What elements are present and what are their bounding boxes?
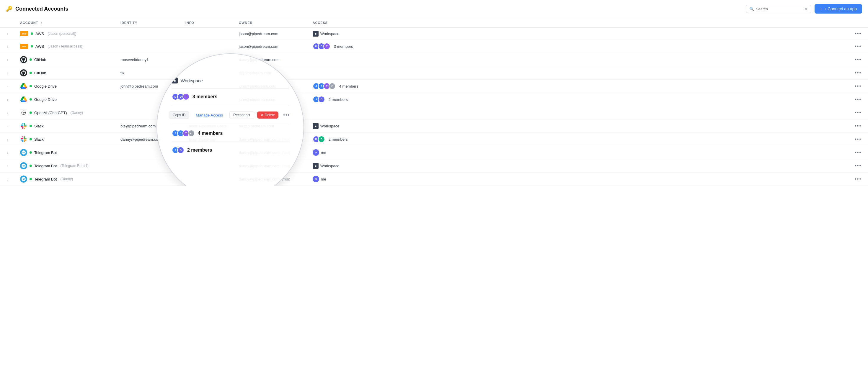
account-name: Google Drive	[34, 97, 57, 102]
status-dot	[30, 98, 32, 101]
row-expand-button[interactable]: ›	[5, 125, 11, 128]
owner-you-label: (You)	[282, 151, 290, 155]
row-more-button[interactable]: •••	[853, 56, 863, 63]
owner-cell: biz@pipedream.com	[234, 120, 308, 133]
sort-icon[interactable]: ↕	[40, 21, 42, 25]
identity-cell	[116, 40, 181, 53]
table-row: › Telegram Bot (Danny) danny@pipedream.c…	[0, 173, 868, 186]
row-more-button[interactable]: •••	[853, 70, 863, 76]
owner-cell: danny@pipedream.com	[234, 106, 308, 120]
identity-cell	[116, 28, 181, 40]
info-cell	[181, 106, 234, 120]
account-sub: (Danny)	[70, 111, 83, 115]
owner-cell: john@pipedream.com	[234, 93, 308, 106]
info-cell	[181, 40, 234, 53]
search-input[interactable]	[756, 7, 802, 11]
row-more-button[interactable]: •••	[853, 43, 863, 49]
account-sub: (Danny)	[61, 177, 73, 181]
access-cell: ■ Workspace	[308, 120, 848, 133]
connect-app-button[interactable]: + + Connect an app	[814, 4, 862, 13]
search-icon: 🔍	[749, 7, 754, 11]
row-expand-button[interactable]: ›	[5, 177, 11, 181]
info-cell	[181, 53, 234, 66]
owner-you-label: (You)	[282, 177, 290, 181]
table-row: › Telegram Bot danny@pipedream.com (You)…	[0, 146, 868, 159]
owner-cell: john@pipedream.com	[234, 80, 308, 93]
owner-cell: tj@pipedream.com	[234, 66, 308, 80]
info-cell	[181, 159, 234, 173]
row-more-button[interactable]: •••	[853, 109, 863, 115]
access-cell: JD 2 members	[308, 93, 848, 106]
owner-cell: jason@pipedream.com	[234, 28, 308, 40]
row-expand-button[interactable]: ›	[5, 138, 11, 141]
info-badge: Team: Pipedream Users	[185, 123, 229, 129]
access-cell: D me	[308, 146, 848, 159]
owner-cell: danny@pipedream.com (You)	[234, 133, 308, 146]
row-expand-button[interactable]: ›	[5, 111, 11, 115]
status-dot	[30, 178, 32, 180]
identity-cell	[116, 146, 181, 159]
aws-icon: aws	[20, 31, 28, 36]
row-expand-button[interactable]: ›	[5, 71, 11, 75]
table-row: › Slack biz@pipedream.com Team: Pipedrea…	[0, 120, 868, 133]
row-expand-button[interactable]: ›	[5, 32, 11, 36]
workspace-label: Workspace	[320, 32, 340, 36]
account-sub: (Telegram Bot #1)	[61, 164, 89, 168]
member-avatar: T	[323, 43, 330, 50]
owner-cell: danny@pipedream.com (You)	[234, 146, 308, 159]
account-name: Telegram Bot	[34, 150, 57, 155]
account-name: OpenAI (ChatGPT)	[34, 111, 67, 115]
row-expand-button[interactable]: ›	[5, 164, 11, 168]
row-expand-button[interactable]: ›	[5, 98, 11, 101]
row-more-button[interactable]: •••	[853, 83, 863, 89]
status-dot	[30, 165, 32, 167]
access-cell	[308, 106, 848, 120]
row-expand-button[interactable]: ›	[5, 151, 11, 155]
status-dot	[30, 138, 32, 140]
members-count: 2 members	[329, 137, 348, 142]
account-name: Telegram Bot	[34, 164, 57, 168]
identity-cell: biz@pipedream.com	[116, 120, 181, 133]
member-avatar: D	[318, 96, 325, 103]
info-cell	[181, 80, 234, 93]
gdrive-icon	[20, 82, 27, 90]
row-expand-button[interactable]: ›	[5, 58, 11, 62]
row-more-button[interactable]: •••	[853, 30, 863, 37]
row-more-button[interactable]: •••	[853, 176, 863, 182]
workspace-label: Workspace	[320, 124, 340, 128]
row-expand-button[interactable]: ›	[5, 45, 11, 48]
me-avatar: D	[313, 149, 319, 156]
account-name: Telegram Bot	[34, 177, 57, 181]
owner-cell: jason@pipedream.com	[234, 40, 308, 53]
row-more-button[interactable]: •••	[853, 163, 863, 169]
status-dot	[30, 85, 32, 87]
table-row: › GitHub rooseveltdanny1 danny@pipedream…	[0, 53, 868, 66]
info-cell	[181, 93, 234, 106]
aws-icon: aws	[20, 44, 28, 49]
status-dot	[30, 125, 32, 127]
row-more-button[interactable]: •••	[853, 136, 863, 142]
info-cell	[181, 66, 234, 80]
row-more-button[interactable]: •••	[853, 149, 863, 156]
accounts-table: ACCOUNT ↕ IDENTITY INFO OWNER ACCESS › a…	[0, 18, 868, 186]
workspace-badge-icon: ■	[313, 31, 318, 37]
info-cell	[181, 146, 234, 159]
status-dot	[30, 111, 32, 114]
row-expand-button[interactable]: ›	[5, 85, 11, 88]
status-dot	[30, 72, 32, 74]
member-avatar: B	[318, 136, 325, 143]
row-more-button[interactable]: •••	[853, 96, 863, 102]
col-header-owner: OWNER	[234, 18, 308, 28]
table-row: › GitHub tjk tj@pipedream.com •••	[0, 66, 868, 80]
plus-icon: +	[820, 6, 822, 11]
page-title: Connected Accounts	[16, 6, 68, 12]
access-cell: ■ Workspace	[308, 159, 848, 173]
identity-cell: john@pipedream.com	[116, 80, 181, 93]
owner-cell: danny@pipedream.com	[234, 53, 308, 66]
clear-icon[interactable]: ✕	[804, 6, 808, 11]
col-header-access: ACCESS	[308, 18, 848, 28]
slack-icon	[20, 123, 27, 130]
key-icon: 🔑	[6, 6, 12, 12]
row-more-button[interactable]: •••	[853, 123, 863, 129]
telegram-icon	[20, 149, 27, 156]
